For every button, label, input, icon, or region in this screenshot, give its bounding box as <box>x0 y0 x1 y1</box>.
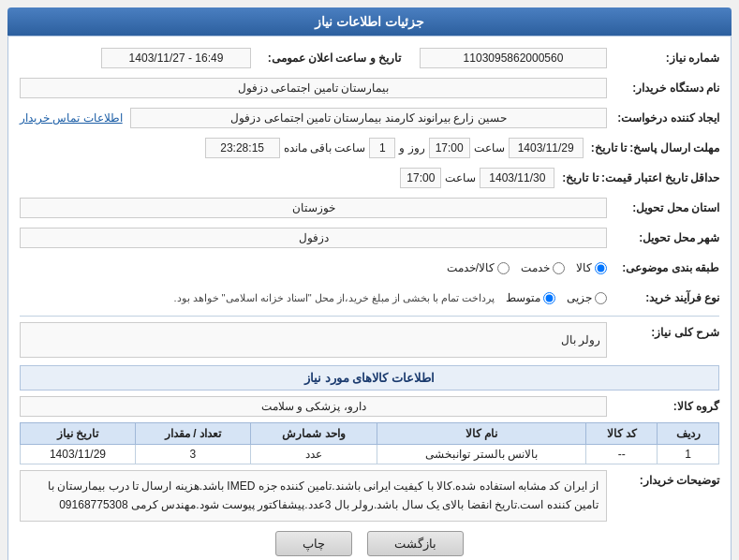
noe-farayand-text: پرداخت تمام با بخشی از مبلغ خرید،از محل … <box>20 292 495 304</box>
mohlat-saat: 17:00 <box>429 138 470 158</box>
tabaqe-khadamat-option[interactable]: خدمت <box>521 261 565 274</box>
mohlat-date: 1403/11/29 <box>509 138 584 158</box>
hadaqal-label: حداقل تاریخ اعتبار قیمت: تا تاریخ: <box>554 171 719 184</box>
noe-motovaset-option[interactable]: متوسط <box>506 291 555 304</box>
hadaqal-saat-label: ساعت <box>441 171 480 184</box>
footer-buttons: بازگشت چاپ <box>20 531 719 556</box>
nam-dastgah-label: نام دستگاه خریدار: <box>607 81 719 95</box>
ettelaat-title: اطلاعات کالاهای مورد نیاز <box>20 365 719 391</box>
mohlat-saat-label: ساعت <box>470 141 509 155</box>
ijad-konande-label: ایجاد کننده درخواست: <box>607 111 719 125</box>
back-button[interactable]: بازگشت <box>367 531 464 556</box>
ijad-konande-value: حسین زارع بیرانوند کارمند بیمارستان تامی… <box>130 108 607 128</box>
tabaqe-label: طبقه بندی موضوعی: <box>607 261 719 274</box>
noe-farayand-group: جزیی متوسط پرداخت تمام با بخشی از مبلغ خ… <box>20 291 607 304</box>
tabaqe-radio-group: کالا خدمت کالا/خدمت <box>20 261 607 274</box>
col-radif: ردیف <box>658 423 719 445</box>
hadaqal-date: 1403/11/30 <box>480 168 554 188</box>
col-tarikh: تاریخ نیاز <box>21 423 136 445</box>
col-kod-kala: کد کالا <box>586 423 658 445</box>
mohlat-label: مهلت ارسال پاسخ: تا تاریخ: <box>584 141 719 155</box>
tabaqe-kala-option[interactable]: کالا <box>576 261 607 274</box>
sherh-niaz-label: شرح کلی نیاز: <box>607 322 719 339</box>
mohlat-roz: 1 <box>369 138 395 158</box>
grohe-kala-label: گروه کالا: <box>607 400 719 413</box>
shomara-niaz-label: شماره نیاز: <box>607 52 719 65</box>
ostan-label: استان محل تحویل: <box>607 201 719 214</box>
tawzih-value: از ایران کد مشابه استفاده شده.کالا با کی… <box>20 470 607 522</box>
cell-radif: 1 <box>658 445 719 464</box>
page-title: جزئیات اطلاعات نیاز <box>315 14 424 29</box>
hadaqal-saat: 17:00 <box>400 168 441 188</box>
cell-kod: -- <box>586 445 658 464</box>
noe-farayand-label: نوع فرآیند خرید: <box>607 291 719 304</box>
col-tedad: تعداد / مقدار <box>135 423 250 445</box>
shahr-label: شهر محل تحویل: <box>607 231 719 244</box>
cell-vahed: عدد <box>250 445 377 464</box>
table-row: 1 -- بالانس بالستر توانبخشی عدد 3 1403/1… <box>21 445 719 464</box>
cell-tarikh: 1403/11/29 <box>21 445 136 464</box>
noe-motovaset-label: متوسط <box>506 291 540 304</box>
cell-nam: بالانس بالستر توانبخشی <box>377 445 585 464</box>
noe-jozii-label: جزیی <box>567 291 592 304</box>
tarikh-saat-label: تاریخ و ساعت اعلان عمومی: <box>251 52 401 65</box>
tawzih-label: توضیحات خریدار: <box>607 470 719 487</box>
noe-jozii-option[interactable]: جزیی <box>567 291 607 304</box>
tarikh-saat-value: 1403/11/27 - 16:49 <box>101 48 251 68</box>
sherh-niaz-value: رولر بال <box>20 322 607 358</box>
shomara-niaz-value: 1103095862000560 <box>420 48 607 68</box>
tabaqe-kala-khadamat-label: کالا/خدمت <box>447 261 495 274</box>
grohe-kala-value: دارو، پزشکی و سلامت <box>20 396 607 417</box>
mohlat-baqi: 23:28:15 <box>205 138 280 158</box>
kala-table: ردیف کد کالا نام کالا واحد شمارش تعداد /… <box>20 422 719 464</box>
tabaqe-khadamat-label: خدمت <box>521 261 550 274</box>
cell-tedad: 3 <box>135 445 250 464</box>
col-nam-kala: نام کالا <box>377 423 585 445</box>
mohlat-roz-label: روز و <box>395 141 428 155</box>
nam-dastgah-value: بیمارستان تامین اجتماعی دزفول <box>20 78 607 98</box>
ostan-value: خوزستان <box>20 198 607 218</box>
shahr-value: دزفول <box>20 228 607 248</box>
page-header: جزئیات اطلاعات نیاز <box>7 7 732 36</box>
print-button[interactable]: چاپ <box>275 531 352 556</box>
tabaqe-kala-khadamat-option[interactable]: کالا/خدمت <box>447 261 510 274</box>
col-vahed: واحد شمارش <box>250 423 377 445</box>
mohlat-baqi-label: ساعت باقی مانده <box>280 141 370 155</box>
tabaqe-kala-label: کالا <box>576 261 592 274</box>
ettelaat-tamas-link[interactable]: اطلاعات تماس خریدار <box>20 111 123 125</box>
